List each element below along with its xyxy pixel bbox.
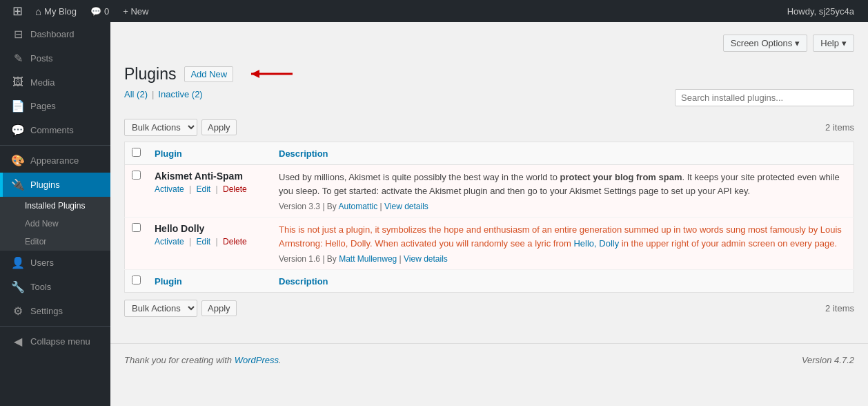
footer-wordpress-link[interactable]: WordPress bbox=[235, 355, 279, 365]
hello-dolly-author-link[interactable]: Matt Mullenweg bbox=[339, 254, 397, 264]
add-new-button[interactable]: Add New bbox=[184, 66, 233, 82]
akismet-delete-link[interactable]: Delete bbox=[223, 184, 247, 194]
content-top-bar: Screen Options ▾ Help ▾ bbox=[124, 29, 854, 57]
adminbar-howdy: Howdy, sj25yc4a bbox=[780, 6, 861, 17]
sidebar-subitem-editor[interactable]: Editor bbox=[0, 233, 110, 251]
bulk-actions-select-bottom[interactable]: Bulk Actions bbox=[124, 300, 197, 317]
sidebar-item-users[interactable]: 👤 Users bbox=[0, 251, 110, 275]
sidebar-item-plugins[interactable]: 🔌 Plugins bbox=[0, 173, 110, 197]
hello-dolly-checkbox[interactable] bbox=[132, 223, 141, 232]
comment-icon: 💬 bbox=[90, 6, 101, 17]
adminbar-comments[interactable]: 💬 0 bbox=[83, 0, 116, 22]
items-count-bottom: 2 items bbox=[825, 303, 854, 313]
akismet-author-link[interactable]: Automattic bbox=[339, 202, 378, 211]
site-footer: Thank you for creating with WordPress. V… bbox=[110, 343, 868, 376]
collapse-icon: ◀ bbox=[11, 335, 25, 348]
sidebar-item-tools[interactable]: 🔧 Tools bbox=[0, 275, 110, 299]
search-plugins-input[interactable] bbox=[675, 89, 854, 106]
apply-button-top[interactable]: Apply bbox=[201, 119, 237, 135]
screen-options-arrow-icon: ▾ bbox=[795, 38, 800, 48]
screen-options-label: Screen Options bbox=[731, 38, 793, 48]
help-label: Help bbox=[820, 38, 839, 48]
hello-dolly-link-1[interactable]: Hello, Dolly bbox=[573, 238, 619, 249]
hello-dolly-delete-link[interactable]: Delete bbox=[223, 237, 247, 246]
sidebar-item-label: Appearance bbox=[30, 155, 79, 166]
apply-button-bottom[interactable]: Apply bbox=[201, 300, 237, 316]
akismet-version-info: Version 3.3 | By Automattic | View detai… bbox=[279, 202, 847, 211]
sidebar-item-label: Settings bbox=[30, 306, 63, 316]
hello-dolly-description-cell: This is not just a plugin, it symbolizes… bbox=[272, 218, 854, 270]
row-checkbox-akismet[interactable] bbox=[125, 165, 148, 218]
tablenav-bottom-left: Bulk Actions Apply bbox=[124, 300, 237, 317]
sidebar-subitem-installed-plugins[interactable]: Installed Plugins bbox=[0, 197, 110, 215]
filter-inactive-link[interactable]: Inactive (2) bbox=[158, 89, 202, 99]
hello-dolly-activate-link[interactable]: Activate bbox=[155, 237, 184, 246]
bulk-actions-select-top[interactable]: Bulk Actions bbox=[124, 119, 197, 136]
sidebar-item-dashboard[interactable]: ⊟ Dashboard bbox=[0, 22, 110, 46]
sidebar-item-label: Media bbox=[30, 77, 55, 88]
akismet-activate-link[interactable]: Activate bbox=[155, 184, 184, 194]
tablenav-top-left: Bulk Actions Apply bbox=[124, 119, 237, 136]
sidebar-item-collapse[interactable]: ◀ Collapse menu bbox=[0, 329, 110, 354]
help-button[interactable]: Help ▾ bbox=[813, 35, 854, 52]
hello-dolly-version-info: Version 1.6 | By Matt Mullenweg | View d… bbox=[279, 254, 847, 264]
akismet-name-cell: Akismet Anti-Spam Activate | Edit | Dele… bbox=[148, 165, 272, 218]
menu-separator bbox=[0, 145, 110, 146]
hello-dolly-actions: Activate | Edit | Delete bbox=[155, 237, 265, 246]
akismet-edit-link[interactable]: Edit bbox=[197, 184, 211, 194]
row-checkbox-hello-dolly[interactable] bbox=[125, 218, 148, 270]
sidebar-item-label: Collapse menu bbox=[30, 336, 90, 347]
media-icon: 🖼 bbox=[11, 76, 25, 88]
items-count-top: 2 items bbox=[825, 122, 854, 133]
col-header-description: Description bbox=[272, 142, 854, 165]
akismet-description-cell: Used by millions, Akismet is quite possi… bbox=[272, 165, 854, 218]
sidebar-item-label: Users bbox=[30, 258, 54, 268]
adminbar-new[interactable]: + New bbox=[116, 0, 155, 22]
sidebar-item-label: Posts bbox=[30, 53, 53, 64]
sidebar-item-label: Comments bbox=[30, 125, 74, 135]
adminbar-site[interactable]: ⌂ My Blog bbox=[28, 0, 83, 22]
sidebar-item-pages[interactable]: 📄 Pages bbox=[0, 94, 110, 118]
tablenav-top-right: 2 items bbox=[825, 122, 854, 133]
screen-options-button[interactable]: Screen Options ▾ bbox=[723, 35, 808, 52]
sidebar-item-posts[interactable]: ✎ Posts bbox=[0, 46, 110, 70]
akismet-checkbox[interactable] bbox=[132, 171, 141, 180]
akismet-plugin-name: Akismet Anti-Spam bbox=[155, 171, 265, 182]
table-row: Akismet Anti-Spam Activate | Edit | Dele… bbox=[125, 165, 854, 218]
comments-icon: 💬 bbox=[11, 124, 25, 137]
col-footer-plugin: Plugin bbox=[148, 270, 272, 293]
sidebar-item-comments[interactable]: 💬 Comments bbox=[0, 118, 110, 142]
col-footer-select[interactable] bbox=[125, 270, 148, 293]
posts-icon: ✎ bbox=[11, 52, 25, 65]
select-all-footer-checkbox[interactable] bbox=[132, 276, 141, 284]
hello-dolly-description: This is not just a plugin, it symbolizes… bbox=[279, 223, 847, 250]
hello-dolly-plugin-name: Hello Dolly bbox=[155, 223, 265, 234]
sidebar-item-appearance[interactable]: 🎨 Appearance bbox=[0, 148, 110, 173]
filter-links: All (2) | Inactive (2) bbox=[124, 89, 675, 99]
akismet-description: Used by millions, Akismet is quite possi… bbox=[279, 171, 847, 197]
hello-dolly-name-cell: Hello Dolly Activate | Edit | Delete bbox=[148, 218, 272, 270]
hello-dolly-edit-link[interactable]: Edit bbox=[197, 237, 211, 246]
footer-version: Version 4.7.2 bbox=[802, 355, 854, 365]
sidebar-subitem-add-new[interactable]: Add New bbox=[0, 215, 110, 233]
sidebar-item-settings[interactable]: ⚙ Settings bbox=[0, 299, 110, 323]
select-all-checkbox[interactable] bbox=[132, 148, 141, 157]
hello-dolly-view-details-link[interactable]: View details bbox=[404, 254, 448, 264]
svg-marker-1 bbox=[251, 70, 259, 78]
col-footer-description: Description bbox=[272, 270, 854, 293]
settings-icon: ⚙ bbox=[11, 304, 25, 318]
filter-all-link[interactable]: All (2) bbox=[124, 89, 148, 99]
col-select-all[interactable] bbox=[125, 142, 148, 165]
page-header: Plugins Add New bbox=[124, 64, 854, 84]
filter-bar: All (2) | Inactive (2) bbox=[124, 89, 854, 112]
tablenav-bottom-right: 2 items bbox=[825, 303, 854, 313]
akismet-view-details-link[interactable]: View details bbox=[384, 202, 428, 211]
menu-separator-2 bbox=[0, 326, 110, 327]
sidebar-item-label: Tools bbox=[30, 282, 51, 292]
sidebar-item-label: Plugins bbox=[30, 180, 60, 190]
page-title: Plugins bbox=[124, 65, 176, 84]
adminbar-comments-count: 0 bbox=[104, 6, 109, 17]
dashboard-icon: ⊟ bbox=[11, 28, 25, 41]
sidebar-item-media[interactable]: 🖼 Media bbox=[0, 70, 110, 94]
appearance-icon: 🎨 bbox=[11, 154, 25, 167]
